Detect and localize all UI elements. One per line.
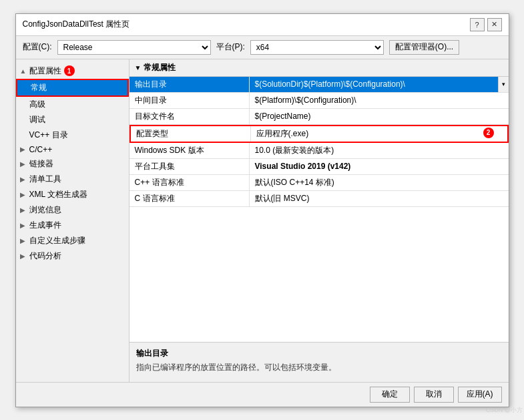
prop-value-config-type: 应用程序(.exe) 2: [251, 126, 507, 142]
sidebar-item-label: 调试: [29, 114, 45, 126]
prop-value-output-dir: $(SolutionDir)$(Platform)\$(Configuratio…: [250, 77, 509, 92]
tree-section-header[interactable]: ▲ 配置属性 1: [16, 63, 129, 79]
prop-value-platform-toolset: Visual Studio 2019 (v142): [250, 159, 509, 174]
bottom-bar: 确定 取消 应用(A): [16, 382, 509, 407]
title-bar-buttons: ? ✕: [470, 18, 502, 31]
watermark: CSDN @小方: [486, 406, 523, 415]
subsection-label: XML 文档生成器: [29, 189, 88, 200]
prop-name-cpp-standard: C++ 语言标准: [129, 175, 250, 190]
toolbar: 配置(C): Release 平台(P): x64 配置管理器(O)...: [16, 36, 509, 59]
config-label: 配置(C):: [23, 41, 52, 53]
tree-section-config: ▲ 配置属性 1 常规 高级 调试 VC++ 目录: [16, 62, 129, 265]
prop-value-text: $(SolutionDir)$(Platform)\$(Configuratio…: [250, 77, 498, 91]
close-button[interactable]: ✕: [487, 18, 502, 31]
config-manager-button[interactable]: 配置管理器(O)...: [389, 40, 459, 55]
tree-subsection-manifest[interactable]: ▶ 清单工具: [16, 172, 129, 187]
subsection-label: 代码分析: [29, 250, 61, 262]
right-panel: ▼ 常规属性 输出目录 $(SolutionDir)$(Platform)\$(…: [129, 59, 509, 382]
platform-select[interactable]: x64: [250, 40, 384, 55]
collapse-arrow-icon: ▲: [20, 67, 29, 75]
tree-subsection-cpp[interactable]: ▶ C/C++: [16, 143, 129, 156]
section-collapse-icon: ▼: [135, 64, 142, 71]
expand-arrow-icon: ▶: [20, 252, 29, 260]
subsection-label: 链接器: [29, 158, 53, 170]
prop-row-target-name[interactable]: 目标文件名 $(ProjectName): [129, 109, 509, 125]
subsection-label: 浏览信息: [29, 204, 61, 216]
tree-subsection-custom-build[interactable]: ▶ 自定义生成步骤: [16, 233, 129, 248]
expand-arrow-icon: ▶: [20, 176, 29, 183]
expand-arrow-icon: ▶: [20, 222, 29, 229]
description-area: 输出目录 指向已编译程序的放置位置的路径。可以包括环境变量。: [129, 342, 509, 382]
prop-name-platform-toolset: 平台工具集: [129, 159, 250, 174]
prop-name-c-standard: C 语言标准: [129, 191, 250, 206]
prop-value-intermediate-dir: $(Platform)\$(Configuration)\: [250, 93, 509, 108]
section-label: 配置属性: [29, 65, 61, 77]
sidebar-item-general[interactable]: 常规: [16, 79, 129, 97]
prop-value-target-name: $(ProjectName): [250, 109, 509, 124]
sidebar-item-label: 高级: [29, 99, 45, 110]
subsection-label: C/C++: [29, 145, 53, 154]
prop-row-c-standard[interactable]: C 语言标准 默认(旧 MSVC): [129, 191, 509, 207]
expand-arrow-icon: ▶: [20, 206, 29, 214]
sidebar-item-vc-dirs[interactable]: VC++ 目录: [16, 128, 129, 143]
sidebar-item-debug[interactable]: 调试: [16, 112, 129, 128]
tree-subsection-code-analysis[interactable]: ▶ 代码分析: [16, 248, 129, 264]
dialog-title: ConfigJsonDataDllTest 属性页: [23, 19, 130, 30]
prop-row-output-dir[interactable]: 输出目录 $(SolutionDir)$(Platform)\$(Configu…: [129, 77, 509, 93]
ok-button[interactable]: 确定: [370, 387, 410, 403]
prop-value-c-standard: 默认(旧 MSVC): [250, 191, 509, 206]
prop-name-sdk-version: Windows SDK 版本: [129, 143, 250, 158]
apply-button[interactable]: 应用(A): [458, 387, 502, 403]
prop-name-target-name: 目标文件名: [129, 109, 250, 124]
tree-subsection-build-events[interactable]: ▶ 生成事件: [16, 218, 129, 233]
tree-subsection-browse[interactable]: ▶ 浏览信息: [16, 202, 129, 218]
prop-value-text: 应用程序(.exe): [251, 126, 507, 142]
prop-row-sdk-version[interactable]: Windows SDK 版本 10.0 (最新安装的版本): [129, 143, 509, 159]
property-dialog: ConfigJsonDataDllTest 属性页 ? ✕ 配置(C): Rel…: [15, 13, 509, 407]
prop-name-output-dir: 输出目录: [129, 77, 250, 92]
desc-title: 输出目录: [136, 348, 502, 359]
prop-row-config-type[interactable]: 配置类型 应用程序(.exe) 2: [129, 125, 509, 143]
subsection-label: 自定义生成步骤: [29, 235, 85, 246]
subsection-label: 清单工具: [29, 174, 61, 185]
left-panel: ▲ 配置属性 1 常规 高级 调试 VC++ 目录: [16, 59, 129, 382]
prop-value-sdk-version: 10.0 (最新安装的版本): [250, 143, 509, 158]
sidebar-item-advanced[interactable]: 高级: [16, 97, 129, 112]
prop-row-platform-toolset[interactable]: 平台工具集 Visual Studio 2019 (v142): [129, 159, 509, 175]
badge-2: 2: [483, 128, 494, 138]
dropdown-btn[interactable]: ▾: [498, 77, 509, 92]
expand-arrow-icon: ▶: [20, 191, 29, 198]
sidebar-item-label: 常规: [31, 82, 47, 93]
expand-arrow-icon: ▶: [20, 237, 29, 244]
prop-row-cpp-standard[interactable]: C++ 语言标准 默认(ISO C++14 标准): [129, 175, 509, 191]
cancel-button[interactable]: 取消: [414, 387, 454, 403]
platform-label: 平台(P):: [216, 41, 245, 53]
tree-subsection-xml[interactable]: ▶ XML 文档生成器: [16, 187, 129, 202]
prop-name-intermediate-dir: 中间目录: [129, 93, 250, 108]
tree-subsection-linker[interactable]: ▶ 链接器: [16, 156, 129, 172]
desc-text: 指向已编译程序的放置位置的路径。可以包括环境变量。: [136, 362, 502, 373]
prop-name-config-type: 配置类型: [131, 126, 251, 142]
prop-value-cpp-standard: 默认(ISO C++14 标准): [250, 175, 509, 190]
expand-arrow-icon: ▶: [20, 146, 29, 153]
expand-arrow-icon: ▶: [20, 160, 29, 168]
prop-row-intermediate-dir[interactable]: 中间目录 $(Platform)\$(Configuration)\: [129, 93, 509, 109]
properties-table: 输出目录 $(SolutionDir)$(Platform)\$(Configu…: [129, 77, 509, 342]
content-area: ▲ 配置属性 1 常规 高级 调试 VC++ 目录: [16, 59, 509, 382]
subsection-label: 生成事件: [29, 220, 61, 231]
sidebar-item-label: VC++ 目录: [29, 130, 68, 141]
config-select[interactable]: Release: [57, 40, 211, 55]
right-panel-title: 常规属性: [144, 62, 176, 73]
badge-1: 1: [64, 65, 75, 76]
help-button[interactable]: ?: [470, 18, 485, 31]
right-panel-header: ▼ 常规属性: [129, 59, 509, 77]
title-bar: ConfigJsonDataDllTest 属性页 ? ✕: [16, 14, 509, 36]
